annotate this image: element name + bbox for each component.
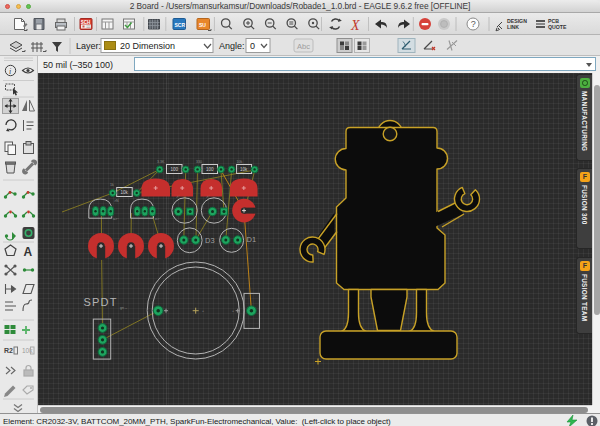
svg-text:20 Dimension: 20 Dimension — [120, 41, 175, 51]
svg-text:gn→: gn→ — [120, 306, 128, 310]
svg-text:D3: D3 — [205, 236, 215, 245]
svg-text:+: + — [202, 309, 204, 313]
svg-text:10k: 10k — [237, 160, 243, 164]
svg-text:Angle:: Angle: — [219, 41, 245, 51]
svg-text:10k: 10k — [22, 347, 33, 354]
svg-text:X: X — [350, 18, 360, 33]
svg-text:LINK: LINK — [507, 24, 519, 30]
svg-text:0: 0 — [250, 41, 255, 51]
svg-text:Layer:: Layer: — [76, 41, 101, 51]
svg-text:Abc: Abc — [297, 42, 310, 51]
svg-text:SCH: SCH — [81, 20, 91, 25]
svg-text:10k: 10k — [121, 190, 129, 195]
svg-text:SPDT: SPDT — [84, 296, 118, 308]
svg-text:330: 330 — [196, 160, 202, 164]
svg-text:e>~: e>~ — [155, 217, 161, 221]
svg-text:A: A — [24, 245, 33, 259]
svg-text:?: ? — [471, 19, 476, 29]
svg-text:1k: 1k — [110, 183, 114, 187]
svg-text:100: 100 — [171, 167, 179, 172]
svg-text:+: + — [232, 309, 234, 313]
svg-text:a>~: a>~ — [113, 217, 119, 221]
svg-text:100: 100 — [206, 167, 214, 172]
svg-text:i: i — [9, 67, 11, 76]
svg-text:R2: R2 — [4, 347, 13, 354]
svg-text:>N: >N — [114, 199, 119, 203]
svg-text:✓': ✓' — [176, 195, 180, 199]
svg-text:SU: SU — [199, 22, 206, 28]
svg-text:D1: D1 — [247, 235, 257, 244]
svg-text:10k: 10k — [240, 167, 248, 172]
svg-text:SCR: SCR — [175, 22, 186, 28]
svg-text:✓': ✓' — [206, 195, 210, 199]
svg-text:QUOTE: QUOTE — [548, 24, 567, 30]
svg-text:3.3K: 3.3K — [157, 160, 165, 164]
